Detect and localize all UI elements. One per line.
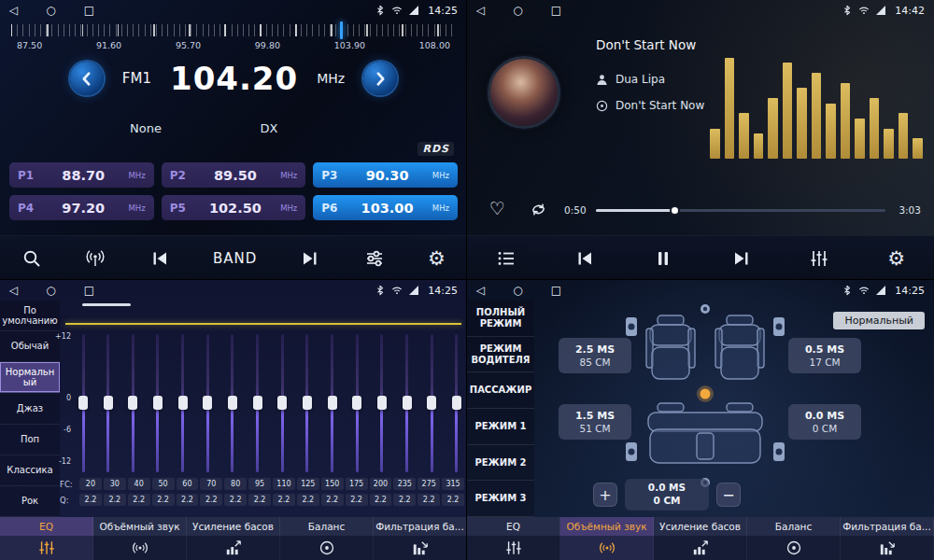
previous-station-icon[interactable] [149, 248, 170, 269]
eq-band-slider[interactable] [377, 334, 387, 472]
progress-slider[interactable] [596, 209, 885, 212]
eq-band-slider[interactable] [253, 334, 262, 472]
balance-icon[interactable] [280, 536, 374, 560]
eq-faders-icon[interactable] [467, 536, 560, 560]
nav-home-icon[interactable]: ○ [46, 284, 55, 297]
mode-mode2[interactable]: РЕЖИМ 2 [467, 445, 534, 482]
nav-back-icon[interactable]: ◁ [9, 284, 18, 297]
previous-track-icon[interactable] [574, 248, 595, 269]
broadcast-scan-icon[interactable] [85, 248, 106, 269]
eq-preset-jazz[interactable]: Джаз [0, 393, 60, 424]
next-station-icon[interactable] [300, 248, 320, 269]
search-icon[interactable] [21, 248, 42, 269]
balance-icon[interactable] [747, 536, 841, 560]
nav-home-icon[interactable]: ○ [46, 4, 55, 17]
sound-profile-button[interactable]: Нормальный [833, 312, 925, 329]
eq-preset-rock[interactable]: Рок [0, 486, 60, 517]
slider-handle[interactable] [203, 396, 212, 410]
bass-boost-icon[interactable] [187, 536, 280, 560]
nav-back-icon[interactable]: ◁ [9, 4, 18, 17]
eq-band-slider[interactable] [104, 334, 113, 472]
slider-handle[interactable] [427, 396, 436, 410]
preset-button-p5[interactable]: P5102.50MHz [162, 195, 306, 220]
next-track-icon[interactable] [731, 248, 752, 269]
slider-handle[interactable] [452, 396, 461, 410]
filter-icon[interactable] [841, 536, 934, 560]
delay-chip-rear-left[interactable]: 1.5 MS51 CM [559, 404, 631, 440]
eq-band-slider[interactable] [303, 334, 312, 472]
bass-boost-icon[interactable] [654, 536, 747, 560]
eq-band-slider[interactable] [128, 334, 137, 472]
slider-handle[interactable] [277, 396, 287, 410]
slider-handle[interactable] [128, 396, 137, 410]
eq-band-slider[interactable] [203, 334, 212, 472]
slider-handle[interactable] [328, 396, 337, 410]
slider-handle[interactable] [253, 396, 262, 410]
slider-handle[interactable] [303, 396, 312, 410]
tab-filter[interactable]: Фильтрация ба... [374, 517, 467, 536]
tab-eq[interactable]: EQ [0, 517, 93, 536]
frequency-ruler-ticks[interactable] [11, 24, 456, 36]
eq-band-slider[interactable] [328, 334, 337, 472]
tab-surround-sound[interactable]: Объёмный звук [560, 517, 654, 536]
progress-knob[interactable] [670, 205, 680, 216]
slider-handle[interactable] [352, 396, 361, 410]
band-button[interactable]: BAND [213, 250, 257, 267]
eq-faders-icon[interactable] [0, 536, 93, 560]
settings-gear-icon[interactable]: ⚙ [887, 248, 905, 269]
car-seats-speakers-graphic[interactable] [626, 302, 785, 489]
tune-up-button[interactable] [363, 62, 397, 95]
eq-band-slider[interactable] [228, 334, 237, 472]
eq-preset-normal[interactable]: Нормальный [0, 362, 60, 393]
eq-band-slider[interactable] [78, 334, 88, 472]
preset-button-p4[interactable]: P497.20MHz [9, 195, 154, 220]
settings-gear-icon[interactable]: ⚙ [428, 248, 446, 269]
nav-recents-icon[interactable]: □ [84, 284, 94, 297]
tab-bass-boost[interactable]: Усиление басов [187, 517, 280, 536]
eq-faders-icon[interactable] [809, 248, 829, 269]
delay-chip-rear-right[interactable]: 0.0 MS0 CM [788, 404, 861, 440]
slider-handle[interactable] [78, 396, 88, 410]
nav-recents-icon[interactable]: □ [551, 4, 561, 17]
preset-button-p6[interactable]: P6103.00MHz [313, 195, 458, 220]
delay-chip-front-right[interactable]: 0.5 MS17 CM [788, 338, 861, 373]
nav-back-icon[interactable]: ◁ [476, 4, 485, 17]
playlist-icon[interactable] [496, 248, 517, 269]
slider-handle[interactable] [403, 396, 412, 410]
tab-filter[interactable]: Фильтрация ба... [841, 517, 934, 536]
pause-icon[interactable] [653, 248, 673, 269]
preset-button-p3[interactable]: P390.30MHz [313, 162, 458, 188]
tab-surround-sound[interactable]: Объёмный звук [93, 517, 187, 536]
slider-handle[interactable] [153, 396, 163, 410]
nav-home-icon[interactable]: ○ [513, 4, 522, 17]
slider-handle[interactable] [377, 396, 387, 410]
nav-back-icon[interactable]: ◁ [476, 284, 485, 297]
tab-eq[interactable]: EQ [467, 517, 560, 536]
eq-preset-custom[interactable]: Обычай [0, 331, 60, 362]
eq-band-slider[interactable] [277, 334, 287, 472]
mode-mode1[interactable]: РЕЖИМ 1 [467, 409, 534, 445]
repeat-icon[interactable] [529, 200, 548, 223]
preset-button-p2[interactable]: P289.50MHz [162, 162, 306, 188]
mode-passenger[interactable]: ПАССАЖИР [467, 372, 534, 409]
favorite-heart-icon[interactable]: ♡ [489, 198, 505, 218]
tab-balance[interactable]: Баланс [280, 517, 374, 536]
surround-sound-icon[interactable] [93, 536, 187, 560]
eq-band-slider[interactable] [427, 334, 436, 472]
eq-band-slider[interactable] [452, 334, 461, 472]
eq-preset-classic[interactable]: Классика [0, 455, 60, 486]
tune-down-button[interactable] [70, 62, 104, 95]
delay-chip-front-left[interactable]: 2.5 MS85 CM [559, 338, 631, 373]
eq-band-slider[interactable] [153, 334, 163, 472]
audio-adjust-icon[interactable] [364, 248, 385, 269]
nav-recents-icon[interactable]: □ [551, 284, 561, 297]
delay-increase-button[interactable]: + [593, 483, 617, 507]
mode-driver[interactable]: РЕЖИМ ВОДИТЕЛЯ [467, 337, 534, 373]
eq-preset-default[interactable]: По умолчанию [0, 301, 60, 331]
eq-band-slider[interactable] [403, 334, 412, 472]
tab-balance[interactable]: Баланс [747, 517, 841, 536]
nav-home-icon[interactable]: ○ [513, 284, 522, 297]
slider-handle[interactable] [178, 396, 188, 410]
tab-bass-boost[interactable]: Усиление басов [654, 517, 747, 536]
filter-icon[interactable] [374, 536, 467, 560]
